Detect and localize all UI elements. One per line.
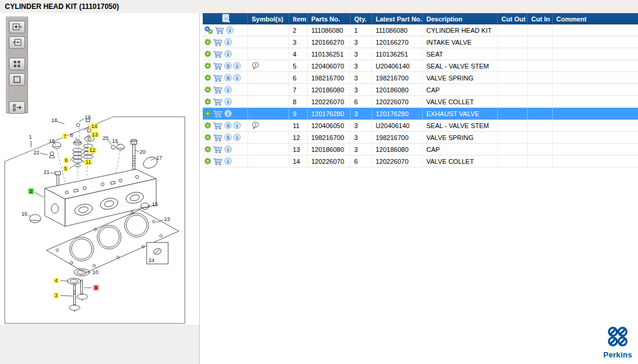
diagram-callout-15[interactable]: 15: [151, 202, 159, 207]
callout-bubble-icon: [252, 62, 259, 70]
table-cell: 110136251: [308, 48, 351, 60]
info-icon[interactable]: i: [233, 122, 241, 129]
gear-icon[interactable]: [204, 86, 212, 94]
info-icon[interactable]: i: [224, 50, 232, 58]
diagram-callout-14[interactable]: 14: [90, 124, 98, 129]
table-row[interactable]: i131201860803120186080CAP: [203, 144, 638, 155]
info-icon[interactable]: i: [224, 86, 232, 94]
gear-icon[interactable]: [204, 62, 212, 70]
diagram-callout-20[interactable]: 20: [138, 150, 147, 155]
s-note-icon[interactable]: S: [224, 133, 232, 141]
info-icon[interactable]: i: [224, 98, 232, 105]
diagram-canvas[interactable]: 1181914137815222515201712611521216152324…: [0, 0, 200, 364]
info-icon[interactable]: i: [233, 133, 241, 141]
diagram-callout-13[interactable]: 13: [91, 132, 99, 138]
diagram-callout-15[interactable]: 15: [48, 139, 56, 144]
cart-icon[interactable]: [213, 74, 223, 82]
cart-icon[interactable]: [215, 26, 225, 35]
table-row[interactable]: Si51204060703U20406140SEAL - VALVE STEM: [203, 60, 638, 72]
diagram-callout-7[interactable]: 7: [62, 134, 67, 139]
table-row[interactable]: Si111204060503U20406140SEAL - VALVE STEM: [203, 120, 638, 132]
kit-gears-icon[interactable]: [204, 26, 213, 35]
diagram-callout-2[interactable]: 2: [28, 189, 33, 194]
gear-icon[interactable]: [204, 74, 212, 82]
cart-icon[interactable]: [213, 133, 223, 142]
gear-icon[interactable]: [204, 110, 212, 117]
diagram-callout-9[interactable]: 9: [93, 285, 98, 291]
table-row[interactable]: i71201860803120186080CAP: [203, 84, 638, 96]
info-icon[interactable]: i: [224, 110, 232, 117]
cart-icon[interactable]: [213, 145, 223, 154]
gear-icon[interactable]: [204, 38, 212, 46]
table-cell: [248, 96, 289, 107]
info-icon[interactable]: i: [226, 26, 234, 34]
gear-icon[interactable]: [204, 50, 212, 58]
tile-view-button[interactable]: [9, 58, 25, 70]
diagram-callout-17[interactable]: 17: [155, 155, 163, 161]
info-icon[interactable]: i: [224, 38, 232, 46]
cart-icon[interactable]: [213, 62, 223, 70]
gear-icon[interactable]: [204, 157, 212, 165]
s-note-icon[interactable]: S: [224, 122, 232, 129]
table-row[interactable]: i21110860801111086080CYLINDER HEAD KIT: [203, 24, 638, 36]
diagram-callout-10[interactable]: 10: [91, 270, 100, 275]
table-cell: VALVE SPRING: [423, 72, 498, 83]
table-cell: [553, 72, 638, 83]
diagram-callout-5[interactable]: 5: [63, 166, 68, 172]
perkins-logo-icon: [606, 325, 629, 348]
info-icon[interactable]: i: [233, 74, 241, 82]
cart-icon[interactable]: [213, 38, 223, 46]
table-row[interactable]: i81202260706120226070VALVE COLLET: [203, 96, 638, 108]
diagram-callout-24[interactable]: 24: [147, 258, 156, 263]
cart-icon[interactable]: [213, 98, 223, 106]
diagram-callout-22[interactable]: 22: [32, 150, 41, 155]
table-cell: [498, 36, 528, 48]
cart-icon[interactable]: [213, 50, 223, 58]
diagram-callout-12[interactable]: 12: [88, 148, 97, 153]
send-to-list-button[interactable]: [9, 101, 25, 114]
table-row[interactable]: i31201662703120166270INTAKE VALVE: [203, 36, 638, 48]
table-cell: [553, 108, 638, 119]
zoom-in-button[interactable]: [9, 21, 25, 33]
table-cell: [528, 24, 553, 36]
cart-icon[interactable]: [213, 122, 223, 130]
full-view-button[interactable]: [9, 73, 25, 86]
diagram-callout-25[interactable]: 25: [101, 136, 110, 141]
diagram-callout-15[interactable]: 15: [111, 139, 119, 144]
table-cell: 6: [289, 72, 308, 83]
table-cell: 120406070: [308, 60, 351, 71]
gear-icon[interactable]: [204, 145, 212, 153]
info-icon[interactable]: i: [224, 157, 232, 165]
cart-icon[interactable]: [213, 86, 223, 94]
cart-icon[interactable]: [213, 110, 223, 118]
diagram-callout-19[interactable]: 19: [83, 115, 92, 120]
diagram-callout-18[interactable]: 18: [50, 118, 58, 123]
table-row[interactable]: Si121982167003198216700VALVE SPRING: [203, 132, 638, 144]
info-icon[interactable]: i: [233, 62, 241, 70]
zoom-out-button[interactable]: [9, 36, 25, 49]
gear-icon[interactable]: [204, 98, 212, 105]
table-row[interactable]: i141202260706120226070VALVE COLLET: [203, 155, 638, 167]
diagram-callout-4[interactable]: 4: [53, 278, 58, 284]
s-note-icon[interactable]: S: [224, 62, 232, 70]
s-note-icon[interactable]: S: [224, 74, 232, 82]
diagram-callout-8[interactable]: 8: [69, 133, 74, 138]
diagram-callout-16[interactable]: 16: [20, 211, 29, 217]
diagram-callout-23[interactable]: 23: [163, 217, 171, 222]
diagram-callout-21[interactable]: 21: [42, 170, 51, 175]
table-cell: 3: [351, 60, 372, 71]
table-row[interactable]: Si61982167003198216700VALVE SPRING: [203, 72, 638, 84]
table-row[interactable]: i91201762803120176280EXHAUST VALVE: [203, 108, 638, 120]
diagram-callout-6[interactable]: 6: [63, 158, 69, 163]
diagram-callout-3[interactable]: 3: [53, 293, 58, 298]
table-cell: 5: [289, 60, 308, 71]
table-row[interactable]: i41101362513110136251SEAT: [203, 48, 638, 60]
info-icon[interactable]: i: [224, 145, 232, 153]
table-cell: CAP: [423, 84, 498, 95]
cart-icon[interactable]: [213, 157, 223, 166]
diagram-callout-1[interactable]: 1: [27, 135, 33, 140]
gear-icon[interactable]: [204, 122, 212, 129]
table-cell: 198216700: [372, 132, 423, 143]
gear-icon[interactable]: [204, 133, 212, 141]
diagram-callout-11[interactable]: 11: [84, 160, 92, 165]
